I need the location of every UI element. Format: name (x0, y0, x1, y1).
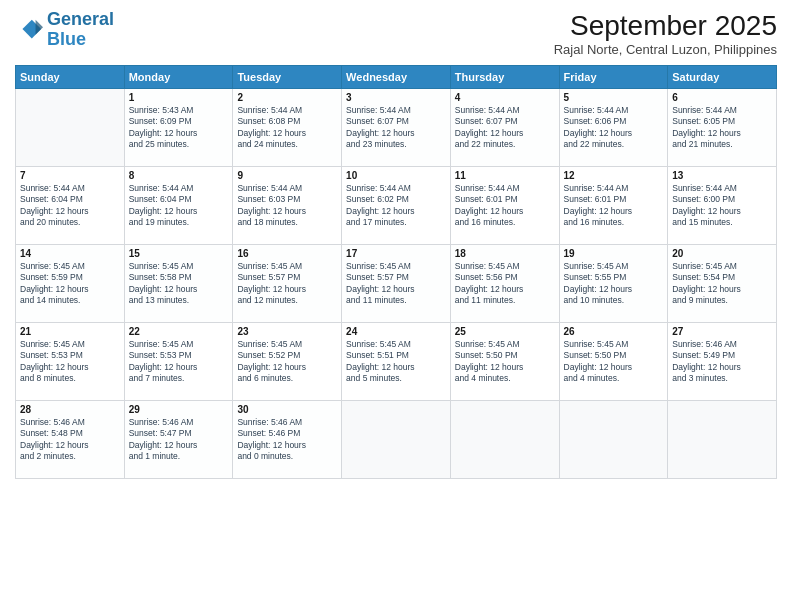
day-number: 12 (564, 170, 664, 181)
day-info: Sunrise: 5:45 AM Sunset: 5:53 PM Dayligh… (20, 339, 120, 385)
day-number: 2 (237, 92, 337, 103)
day-info: Sunrise: 5:45 AM Sunset: 5:53 PM Dayligh… (129, 339, 229, 385)
day-number: 7 (20, 170, 120, 181)
day-cell: 2Sunrise: 5:44 AM Sunset: 6:08 PM Daylig… (233, 89, 342, 167)
day-cell: 5Sunrise: 5:44 AM Sunset: 6:06 PM Daylig… (559, 89, 668, 167)
day-cell (450, 401, 559, 479)
day-info: Sunrise: 5:45 AM Sunset: 5:52 PM Dayligh… (237, 339, 337, 385)
day-cell: 18Sunrise: 5:45 AM Sunset: 5:56 PM Dayli… (450, 245, 559, 323)
day-number: 4 (455, 92, 555, 103)
header-row: Sunday Monday Tuesday Wednesday Thursday… (16, 66, 777, 89)
day-cell: 13Sunrise: 5:44 AM Sunset: 6:00 PM Dayli… (668, 167, 777, 245)
day-number: 20 (672, 248, 772, 259)
week-row-1: 1Sunrise: 5:43 AM Sunset: 6:09 PM Daylig… (16, 89, 777, 167)
day-info: Sunrise: 5:44 AM Sunset: 6:01 PM Dayligh… (564, 183, 664, 229)
day-cell: 19Sunrise: 5:45 AM Sunset: 5:55 PM Dayli… (559, 245, 668, 323)
day-info: Sunrise: 5:44 AM Sunset: 6:03 PM Dayligh… (237, 183, 337, 229)
day-info: Sunrise: 5:44 AM Sunset: 6:00 PM Dayligh… (672, 183, 772, 229)
col-tuesday: Tuesday (233, 66, 342, 89)
day-cell: 30Sunrise: 5:46 AM Sunset: 5:46 PM Dayli… (233, 401, 342, 479)
day-cell (16, 89, 125, 167)
day-cell: 29Sunrise: 5:46 AM Sunset: 5:47 PM Dayli… (124, 401, 233, 479)
day-cell: 4Sunrise: 5:44 AM Sunset: 6:07 PM Daylig… (450, 89, 559, 167)
col-saturday: Saturday (668, 66, 777, 89)
day-number: 28 (20, 404, 120, 415)
month-title: September 2025 (554, 10, 777, 42)
day-number: 10 (346, 170, 446, 181)
day-number: 15 (129, 248, 229, 259)
svg-marker-1 (36, 20, 43, 35)
day-info: Sunrise: 5:46 AM Sunset: 5:49 PM Dayligh… (672, 339, 772, 385)
col-thursday: Thursday (450, 66, 559, 89)
day-info: Sunrise: 5:44 AM Sunset: 6:05 PM Dayligh… (672, 105, 772, 151)
day-info: Sunrise: 5:44 AM Sunset: 6:07 PM Dayligh… (346, 105, 446, 151)
day-cell: 16Sunrise: 5:45 AM Sunset: 5:57 PM Dayli… (233, 245, 342, 323)
day-cell: 20Sunrise: 5:45 AM Sunset: 5:54 PM Dayli… (668, 245, 777, 323)
day-cell: 22Sunrise: 5:45 AM Sunset: 5:53 PM Dayli… (124, 323, 233, 401)
day-cell (342, 401, 451, 479)
day-info: Sunrise: 5:44 AM Sunset: 6:08 PM Dayligh… (237, 105, 337, 151)
day-info: Sunrise: 5:46 AM Sunset: 5:47 PM Dayligh… (129, 417, 229, 463)
day-cell: 11Sunrise: 5:44 AM Sunset: 6:01 PM Dayli… (450, 167, 559, 245)
day-cell: 27Sunrise: 5:46 AM Sunset: 5:49 PM Dayli… (668, 323, 777, 401)
day-info: Sunrise: 5:45 AM Sunset: 5:50 PM Dayligh… (564, 339, 664, 385)
day-number: 8 (129, 170, 229, 181)
logo-icon (15, 16, 43, 44)
col-sunday: Sunday (16, 66, 125, 89)
day-number: 17 (346, 248, 446, 259)
day-cell: 9Sunrise: 5:44 AM Sunset: 6:03 PM Daylig… (233, 167, 342, 245)
page: General Blue September 2025 Rajal Norte,… (0, 0, 792, 612)
day-number: 18 (455, 248, 555, 259)
day-number: 26 (564, 326, 664, 337)
day-number: 30 (237, 404, 337, 415)
day-cell: 12Sunrise: 5:44 AM Sunset: 6:01 PM Dayli… (559, 167, 668, 245)
day-cell (668, 401, 777, 479)
day-number: 11 (455, 170, 555, 181)
logo-text-general: General (47, 10, 114, 30)
day-cell: 28Sunrise: 5:46 AM Sunset: 5:48 PM Dayli… (16, 401, 125, 479)
col-wednesday: Wednesday (342, 66, 451, 89)
day-info: Sunrise: 5:44 AM Sunset: 6:01 PM Dayligh… (455, 183, 555, 229)
day-number: 21 (20, 326, 120, 337)
day-info: Sunrise: 5:45 AM Sunset: 5:50 PM Dayligh… (455, 339, 555, 385)
day-number: 25 (455, 326, 555, 337)
day-cell: 15Sunrise: 5:45 AM Sunset: 5:58 PM Dayli… (124, 245, 233, 323)
day-number: 5 (564, 92, 664, 103)
day-info: Sunrise: 5:45 AM Sunset: 5:57 PM Dayligh… (346, 261, 446, 307)
week-row-3: 14Sunrise: 5:45 AM Sunset: 5:59 PM Dayli… (16, 245, 777, 323)
day-cell: 14Sunrise: 5:45 AM Sunset: 5:59 PM Dayli… (16, 245, 125, 323)
col-friday: Friday (559, 66, 668, 89)
day-number: 19 (564, 248, 664, 259)
day-number: 3 (346, 92, 446, 103)
day-number: 13 (672, 170, 772, 181)
day-info: Sunrise: 5:45 AM Sunset: 5:58 PM Dayligh… (129, 261, 229, 307)
day-number: 24 (346, 326, 446, 337)
col-monday: Monday (124, 66, 233, 89)
day-info: Sunrise: 5:45 AM Sunset: 5:51 PM Dayligh… (346, 339, 446, 385)
day-cell: 25Sunrise: 5:45 AM Sunset: 5:50 PM Dayli… (450, 323, 559, 401)
day-number: 27 (672, 326, 772, 337)
day-number: 6 (672, 92, 772, 103)
day-cell: 6Sunrise: 5:44 AM Sunset: 6:05 PM Daylig… (668, 89, 777, 167)
day-info: Sunrise: 5:44 AM Sunset: 6:04 PM Dayligh… (20, 183, 120, 229)
day-cell: 26Sunrise: 5:45 AM Sunset: 5:50 PM Dayli… (559, 323, 668, 401)
day-cell: 7Sunrise: 5:44 AM Sunset: 6:04 PM Daylig… (16, 167, 125, 245)
day-info: Sunrise: 5:44 AM Sunset: 6:02 PM Dayligh… (346, 183, 446, 229)
calendar-table: Sunday Monday Tuesday Wednesday Thursday… (15, 65, 777, 479)
day-info: Sunrise: 5:45 AM Sunset: 5:56 PM Dayligh… (455, 261, 555, 307)
day-cell: 17Sunrise: 5:45 AM Sunset: 5:57 PM Dayli… (342, 245, 451, 323)
day-info: Sunrise: 5:46 AM Sunset: 5:48 PM Dayligh… (20, 417, 120, 463)
day-info: Sunrise: 5:45 AM Sunset: 5:55 PM Dayligh… (564, 261, 664, 307)
header: General Blue September 2025 Rajal Norte,… (15, 10, 777, 57)
day-cell: 23Sunrise: 5:45 AM Sunset: 5:52 PM Dayli… (233, 323, 342, 401)
day-info: Sunrise: 5:45 AM Sunset: 5:59 PM Dayligh… (20, 261, 120, 307)
day-info: Sunrise: 5:45 AM Sunset: 5:54 PM Dayligh… (672, 261, 772, 307)
day-info: Sunrise: 5:46 AM Sunset: 5:46 PM Dayligh… (237, 417, 337, 463)
day-number: 16 (237, 248, 337, 259)
day-info: Sunrise: 5:44 AM Sunset: 6:06 PM Dayligh… (564, 105, 664, 151)
day-number: 9 (237, 170, 337, 181)
day-info: Sunrise: 5:44 AM Sunset: 6:07 PM Dayligh… (455, 105, 555, 151)
day-number: 23 (237, 326, 337, 337)
day-cell: 1Sunrise: 5:43 AM Sunset: 6:09 PM Daylig… (124, 89, 233, 167)
logo-text-blue: Blue (47, 30, 114, 50)
